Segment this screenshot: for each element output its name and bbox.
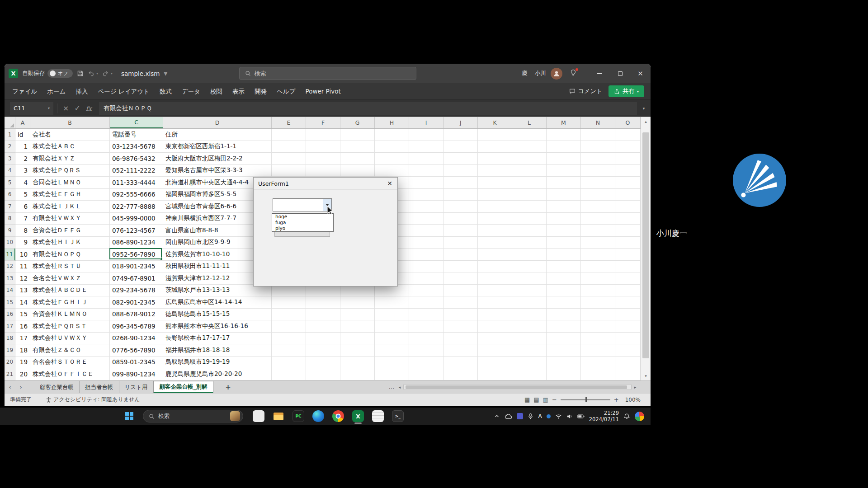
- select-all-corner[interactable]: [5, 117, 15, 128]
- cell[interactable]: [375, 368, 409, 380]
- cell[interactable]: [272, 333, 306, 345]
- row-header-18[interactable]: 18: [5, 333, 15, 345]
- cell[interactable]: [409, 165, 443, 177]
- cell[interactable]: 0268-90-1234: [110, 333, 163, 345]
- cell[interactable]: [375, 129, 409, 141]
- cell[interactable]: [478, 272, 512, 285]
- cell[interactable]: [478, 129, 512, 141]
- cell[interactable]: 鹿児島県鹿児島市20-20-20: [163, 368, 272, 380]
- row-header-5[interactable]: 5: [5, 177, 15, 189]
- cell[interactable]: [272, 153, 306, 165]
- cell[interactable]: [443, 165, 478, 177]
- search-highlight-thumbnail[interactable]: [230, 411, 240, 421]
- cell[interactable]: [581, 333, 615, 345]
- cell[interactable]: [478, 285, 512, 297]
- redo-dropdown-icon[interactable]: ▾: [111, 71, 113, 75]
- cell[interactable]: [340, 141, 375, 153]
- cell[interactable]: [478, 249, 512, 261]
- column-header-H[interactable]: H: [375, 117, 409, 128]
- cell[interactable]: [272, 344, 306, 357]
- cell[interactable]: 4: [15, 177, 30, 189]
- zoom-slider[interactable]: [561, 399, 610, 400]
- cell[interactable]: [443, 285, 478, 297]
- formula-input[interactable]: 有限会社ＮＯＰＱ: [99, 102, 637, 115]
- cell[interactable]: 0952-56-7890: [110, 249, 163, 261]
- cell[interactable]: [547, 333, 581, 345]
- cell[interactable]: 有限会社Ｚ＆ＣＯ: [30, 344, 110, 357]
- cell[interactable]: 052-111-2222: [110, 165, 163, 177]
- cell[interactable]: 11: [15, 261, 30, 273]
- cell[interactable]: 088-678-9012: [110, 309, 163, 321]
- cell[interactable]: [512, 153, 547, 165]
- cell[interactable]: [340, 368, 375, 380]
- share-button[interactable]: 共有 ▾: [609, 85, 644, 97]
- cell[interactable]: [512, 309, 547, 321]
- userform-title-bar[interactable]: UserForm1 ✕: [254, 178, 397, 190]
- cell[interactable]: [581, 129, 615, 141]
- cell[interactable]: [581, 296, 615, 309]
- cell[interactable]: [409, 261, 443, 273]
- cell[interactable]: [615, 285, 641, 297]
- row-header-17[interactable]: 17: [5, 320, 15, 333]
- cell[interactable]: 有限会社ＮＯＰＱ: [30, 249, 110, 261]
- cell[interactable]: [547, 249, 581, 261]
- cell[interactable]: [512, 272, 547, 285]
- column-header-K[interactable]: K: [478, 117, 512, 128]
- cell[interactable]: [409, 272, 443, 285]
- cell[interactable]: [375, 165, 409, 177]
- taskbar-icon-pycharm-icon[interactable]: PC: [288, 408, 308, 425]
- ribbon-tab[interactable]: 数式: [155, 83, 177, 99]
- row-header-16[interactable]: 16: [5, 309, 15, 321]
- column-header-D[interactable]: D: [163, 117, 272, 128]
- comments-button[interactable]: コメント: [569, 87, 602, 95]
- row-header-10[interactable]: 10: [5, 237, 15, 249]
- taskbar-icon-chrome-icon[interactable]: [328, 408, 348, 425]
- cell[interactable]: [547, 357, 581, 369]
- cell[interactable]: [581, 272, 615, 285]
- cell[interactable]: 会社名: [30, 129, 110, 141]
- cell[interactable]: 株式会社ＵＶＷＸＹ: [30, 333, 110, 345]
- cell[interactable]: [512, 225, 547, 237]
- taskbar-icon-widgets-icon[interactable]: [249, 408, 269, 425]
- cell[interactable]: [615, 320, 641, 333]
- cell[interactable]: [409, 344, 443, 357]
- cell[interactable]: [512, 213, 547, 225]
- confirm-entry-icon[interactable]: ✓: [74, 104, 80, 113]
- cell[interactable]: [375, 296, 409, 309]
- cell[interactable]: [512, 165, 547, 177]
- cell[interactable]: 0749-67-8901: [110, 272, 163, 285]
- name-box-dropdown-icon[interactable]: ▾: [48, 106, 50, 110]
- cell[interactable]: 14: [15, 296, 30, 309]
- ribbon-tab[interactable]: ページ レイアウト: [93, 83, 155, 99]
- cell[interactable]: [340, 165, 375, 177]
- cell[interactable]: [409, 296, 443, 309]
- cell[interactable]: [478, 189, 512, 201]
- cell[interactable]: [340, 344, 375, 357]
- cell[interactable]: [478, 333, 512, 345]
- insert-function-button[interactable]: fx: [86, 105, 92, 112]
- cell[interactable]: [306, 129, 340, 141]
- cell[interactable]: [547, 285, 581, 297]
- cell[interactable]: [375, 153, 409, 165]
- cell[interactable]: [581, 141, 615, 153]
- cell[interactable]: [615, 272, 641, 285]
- cell[interactable]: [340, 320, 375, 333]
- expand-formula-bar-icon[interactable]: ▾: [637, 106, 651, 111]
- cell[interactable]: [443, 333, 478, 345]
- row-header-13[interactable]: 13: [5, 272, 15, 285]
- cell[interactable]: [547, 344, 581, 357]
- ribbon-tab[interactable]: Power Pivot: [301, 83, 346, 99]
- cell[interactable]: [581, 320, 615, 333]
- cell[interactable]: 011-333-4444: [110, 177, 163, 189]
- column-header-M[interactable]: M: [547, 117, 581, 128]
- cell[interactable]: [547, 296, 581, 309]
- row-header-11[interactable]: 11: [5, 249, 15, 261]
- document-title[interactable]: sample.xlsm: [121, 70, 160, 77]
- zoom-level[interactable]: 100%: [625, 397, 641, 403]
- cell[interactable]: [547, 189, 581, 201]
- undo-button[interactable]: ▾: [88, 70, 98, 77]
- cell[interactable]: [512, 129, 547, 141]
- cell[interactable]: [615, 201, 641, 213]
- vertical-scroll-thumb[interactable]: [642, 132, 649, 358]
- cell[interactable]: [375, 141, 409, 153]
